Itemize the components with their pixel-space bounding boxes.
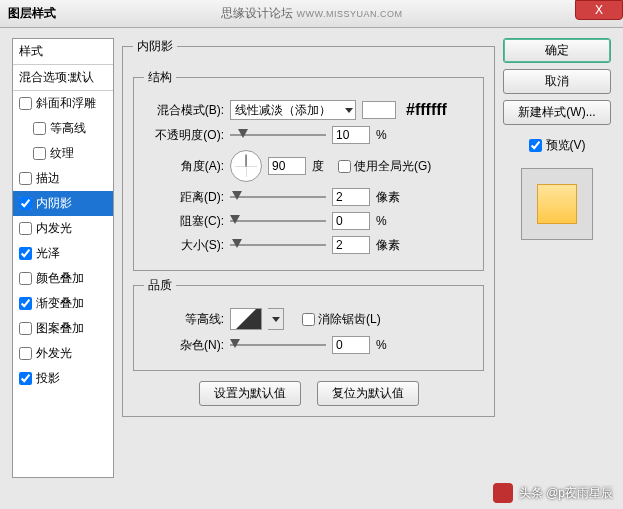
angle-input[interactable] [268, 157, 306, 175]
size-label: 大小(S): [144, 237, 224, 254]
style-checkbox[interactable] [19, 297, 32, 310]
style-checkbox[interactable] [19, 222, 32, 235]
style-item[interactable]: 光泽 [13, 241, 113, 266]
style-checkbox[interactable] [19, 372, 32, 385]
distance-label: 距离(D): [144, 189, 224, 206]
choke-label: 阻塞(C): [144, 213, 224, 230]
style-checkbox[interactable] [19, 172, 32, 185]
opacity-input[interactable] [332, 126, 370, 144]
style-item[interactable]: 纹理 [13, 141, 113, 166]
size-slider[interactable] [230, 237, 326, 253]
contour-picker[interactable] [230, 308, 262, 330]
style-item[interactable]: 斜面和浮雕 [13, 91, 113, 116]
style-item[interactable]: 图案叠加 [13, 316, 113, 341]
style-checkbox[interactable] [19, 247, 32, 260]
quality-legend: 品质 [144, 277, 176, 294]
distance-slider[interactable] [230, 189, 326, 205]
style-label: 内阴影 [36, 195, 72, 212]
style-item[interactable]: 外发光 [13, 341, 113, 366]
size-unit: 像素 [376, 237, 406, 254]
hex-value: #ffffff [406, 101, 447, 119]
quality-group: 品质 等高线: 消除锯齿(L) 杂色(N): % [133, 277, 484, 371]
styles-header[interactable]: 样式 [13, 39, 113, 65]
style-item[interactable]: 描边 [13, 166, 113, 191]
titlebar: 图层样式 思缘设计论坛WWW.MISSYUAN.COM X [0, 0, 623, 28]
style-checkbox[interactable] [19, 322, 32, 335]
make-default-button[interactable]: 设置为默认值 [199, 381, 301, 406]
noise-label: 杂色(N): [144, 337, 224, 354]
size-input[interactable] [332, 236, 370, 254]
style-item[interactable]: 渐变叠加 [13, 291, 113, 316]
window-title: 图层样式 [8, 5, 56, 22]
noise-unit: % [376, 338, 406, 352]
watermark: 头条 @p夜雨星辰 [493, 483, 613, 503]
noise-input[interactable] [332, 336, 370, 354]
inner-shadow-legend: 内阴影 [133, 38, 177, 55]
new-style-button[interactable]: 新建样式(W)... [503, 100, 611, 125]
distance-input[interactable] [332, 188, 370, 206]
color-swatch[interactable] [362, 101, 396, 119]
blend-mode-label: 混合模式(B): [144, 102, 224, 119]
toutiao-icon [493, 483, 513, 503]
style-label: 内发光 [36, 220, 72, 237]
blend-options[interactable]: 混合选项:默认 [13, 65, 113, 91]
opacity-slider[interactable] [230, 127, 326, 143]
style-checkbox[interactable] [19, 197, 32, 210]
style-label: 颜色叠加 [36, 270, 84, 287]
angle-dial[interactable] [230, 150, 262, 182]
style-label: 投影 [36, 370, 60, 387]
choke-unit: % [376, 214, 406, 228]
styles-list: 样式 混合选项:默认 斜面和浮雕等高线纹理描边内阴影内发光光泽颜色叠加渐变叠加图… [12, 38, 114, 478]
structure-legend: 结构 [144, 69, 176, 86]
style-item[interactable]: 内发光 [13, 216, 113, 241]
chevron-down-icon [345, 108, 353, 113]
choke-input[interactable] [332, 212, 370, 230]
preview-check[interactable]: 预览(V) [503, 137, 611, 154]
cancel-button[interactable]: 取消 [503, 69, 611, 94]
forum-text: 思缘设计论坛WWW.MISSYUAN.COM [221, 5, 403, 22]
contour-label: 等高线: [144, 311, 224, 328]
style-item[interactable]: 内阴影 [13, 191, 113, 216]
global-light-check[interactable]: 使用全局光(G) [338, 158, 431, 175]
style-item[interactable]: 投影 [13, 366, 113, 391]
style-label: 渐变叠加 [36, 295, 84, 312]
antialias-check[interactable]: 消除锯齿(L) [302, 311, 381, 328]
chevron-down-icon [272, 317, 280, 322]
style-checkbox[interactable] [19, 272, 32, 285]
style-label: 图案叠加 [36, 320, 84, 337]
style-label: 光泽 [36, 245, 60, 262]
right-panel: 确定 取消 新建样式(W)... 预览(V) [503, 38, 611, 478]
style-label: 外发光 [36, 345, 72, 362]
noise-slider[interactable] [230, 337, 326, 353]
style-item[interactable]: 等高线 [13, 116, 113, 141]
style-label: 描边 [36, 170, 60, 187]
distance-unit: 像素 [376, 189, 406, 206]
style-checkbox[interactable] [33, 122, 46, 135]
structure-group: 结构 混合模式(B): 线性减淡（添加） #ffffff 不透明度(O): % [133, 69, 484, 271]
angle-label: 角度(A): [144, 158, 224, 175]
ok-button[interactable]: 确定 [503, 38, 611, 63]
style-label: 纹理 [50, 145, 74, 162]
style-checkbox[interactable] [33, 147, 46, 160]
preview-thumbnail [521, 168, 593, 240]
style-label: 等高线 [50, 120, 86, 137]
angle-unit: 度 [312, 158, 324, 175]
reset-default-button[interactable]: 复位为默认值 [317, 381, 419, 406]
style-checkbox[interactable] [19, 347, 32, 360]
style-item[interactable]: 颜色叠加 [13, 266, 113, 291]
inner-shadow-group: 内阴影 结构 混合模式(B): 线性减淡（添加） #ffffff 不透明度(O)… [122, 38, 495, 417]
contour-dropdown[interactable] [268, 308, 284, 330]
choke-slider[interactable] [230, 213, 326, 229]
opacity-label: 不透明度(O): [144, 127, 224, 144]
style-checkbox[interactable] [19, 97, 32, 110]
blend-mode-combo[interactable]: 线性减淡（添加） [230, 100, 356, 120]
style-label: 斜面和浮雕 [36, 95, 96, 112]
opacity-unit: % [376, 128, 406, 142]
close-button[interactable]: X [575, 0, 623, 20]
